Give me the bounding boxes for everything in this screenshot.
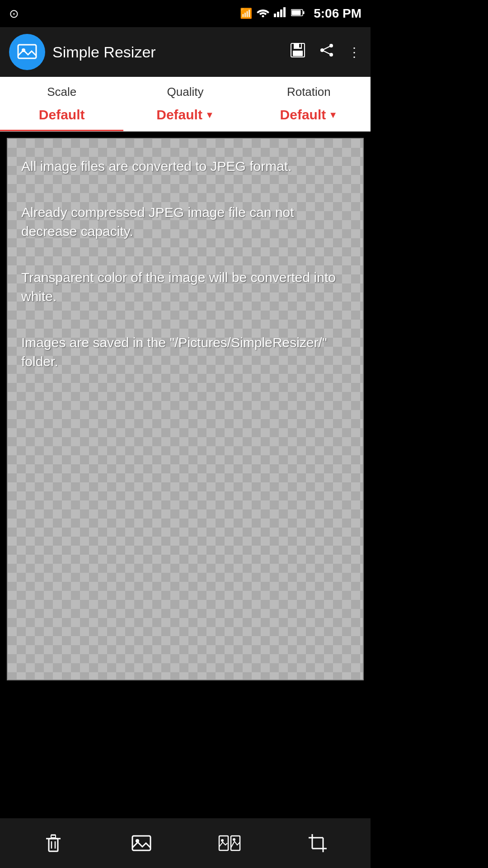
svg-point-29 [221,839,224,842]
signal-icon [274,7,286,20]
tabs-label-row: Scale Quality Rotation [0,77,371,103]
canvas-text-transparent: Transparent color of the image will be c… [21,268,349,306]
tab-scale-value[interactable]: Default [0,103,123,131]
canvas-text-overlay: All image files are converted to JPEG fo… [8,139,363,679]
svg-line-17 [322,46,331,50]
svg-rect-25 [132,836,150,850]
app-logo [9,34,45,70]
more-options-button[interactable]: ⋮ [348,45,361,60]
svg-rect-7 [292,10,301,15]
tabs-value-row: Default Default ▼ Default ▼ [0,103,371,131]
canvas-area: All image files are converted to JPEG fo… [7,138,364,680]
svg-rect-22 [51,835,56,838]
save-button[interactable] [290,42,305,61]
tab-rotation-value[interactable]: Default ▼ [247,103,371,131]
canvas-text-jpeg: All image files are converted to JPEG fo… [21,157,349,176]
svg-rect-1 [274,14,276,17]
status-bar: ⊙ 📶 5:06 PM [0,0,371,27]
canvas-text-compressed: Already compressed JPEG image file can n… [21,203,349,241]
app-title: Simple Resizer [52,43,283,61]
crop-button[interactable] [302,827,333,859]
tabs-container: Scale Quality Rotation Default Default ▼… [0,77,371,132]
svg-rect-19 [49,839,58,851]
delete-button[interactable] [38,827,69,859]
image-button[interactable] [126,827,157,859]
tab-rotation[interactable]: Rotation [247,77,371,103]
svg-line-18 [322,50,331,55]
svg-rect-13 [299,44,301,47]
svg-rect-3 [280,9,282,17]
app-notification-icon: ⊙ [9,7,19,21]
svg-rect-12 [293,51,303,56]
app-bar-actions: ⋮ [290,42,361,61]
app-bar: Simple Resizer ⋮ [0,27,371,77]
bottom-bar [0,818,371,868]
status-time: 5:06 PM [314,6,361,21]
wifi-icon [257,7,269,20]
svg-rect-6 [303,11,305,14]
svg-rect-4 [283,7,286,17]
canvas-text-saved: Images are saved in the "/Pictures/Simpl… [21,333,349,371]
compare-button[interactable] [214,827,245,859]
quality-dropdown-arrow: ▼ [205,110,214,120]
svg-point-30 [233,838,235,841]
svg-rect-8 [18,45,36,58]
svg-rect-2 [277,12,279,17]
battery-icon [291,8,305,19]
tab-quality-value[interactable]: Default ▼ [123,103,247,131]
bluetooth-icon: 📶 [240,8,252,19]
tab-scale[interactable]: Scale [0,77,123,103]
rotation-dropdown-arrow: ▼ [328,110,338,120]
svg-point-0 [262,15,264,18]
tab-quality[interactable]: Quality [123,77,247,103]
share-button[interactable] [319,42,334,61]
svg-rect-35 [312,838,323,849]
